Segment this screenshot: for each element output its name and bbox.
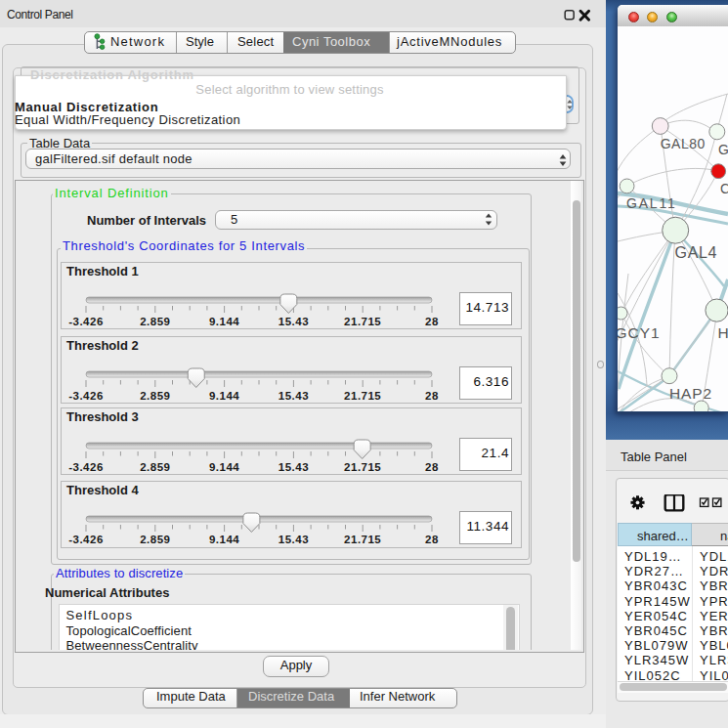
svg-text:GAL11: GAL11 (626, 195, 677, 211)
svg-text:GCY1: GCY1 (618, 324, 661, 341)
svg-text:H: H (718, 324, 728, 341)
svg-text:GA: GA (718, 142, 728, 157)
svg-text:GAL80: GAL80 (661, 136, 706, 151)
svg-text:GAL4: GAL4 (675, 244, 718, 261)
svg-text:HAP2: HAP2 (669, 385, 712, 402)
svg-text:C: C (720, 181, 728, 196)
